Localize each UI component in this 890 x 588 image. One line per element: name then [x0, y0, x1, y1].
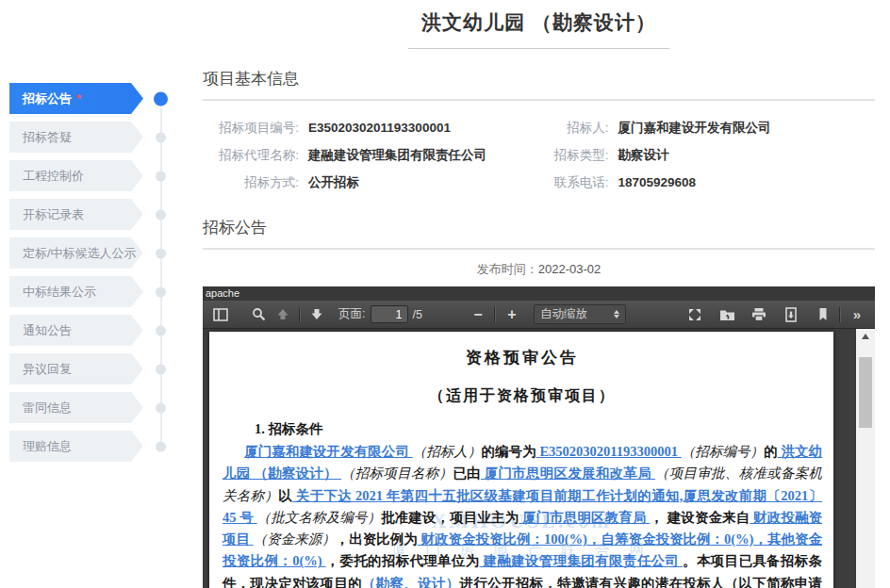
info-field-label: 联系电话:	[539, 174, 618, 191]
document-text: （资金来源）	[254, 531, 336, 547]
timeline-dot	[156, 132, 166, 142]
document-text: （招标编号）	[682, 444, 764, 459]
toolbar-divider	[299, 307, 301, 322]
document-title: 资格预审公告	[222, 347, 822, 368]
zoom-level-value: 自动缩放	[540, 306, 587, 322]
presentation-mode-button[interactable]	[683, 304, 707, 325]
info-field-label: 招标人:	[539, 120, 618, 137]
page-up-button[interactable]	[271, 304, 295, 325]
page-title: 洪文幼儿园 （勘察设计）	[408, 9, 669, 49]
timeline-dot	[156, 209, 166, 220]
document-text: 的	[764, 444, 778, 459]
scrollbar-thumb[interactable]	[859, 357, 872, 428]
presentation-mode-icon	[687, 307, 702, 322]
timeline-dot	[156, 441, 166, 451]
pdf-server-bar: apache	[203, 286, 875, 301]
sidebar-row: 异议回复	[9, 353, 189, 384]
document-text: （批文名称及编号）	[257, 510, 382, 525]
timeline-dot	[156, 402, 166, 413]
scrollbar-up-button[interactable]	[856, 329, 875, 344]
sidebar-row: 工程控制价	[9, 160, 189, 191]
info-field-row: 招标人:厦门嘉和建设开发有限公司	[539, 114, 876, 141]
sidebar: 招标公告*招标答疑工程控制价开标记录表定标/中标候选人公示中标结果公示通知公告异…	[0, 47, 203, 588]
sidebar-item-link[interactable]: 招标答疑	[9, 122, 143, 153]
zoom-out-icon: −	[473, 307, 482, 322]
sidebar-row: 招标公告*	[9, 83, 189, 114]
zoom-level-select[interactable]: 自动缩放	[534, 304, 626, 324]
document-link[interactable]: 厦门市思明区发展和改革局	[481, 466, 655, 481]
info-field-row: 招标类型:勘察设计	[539, 141, 876, 169]
info-field-value: 公开招标	[308, 174, 359, 191]
scroll-up-icon	[862, 334, 869, 339]
sidebar-item-link[interactable]: 开标记录表	[9, 199, 143, 230]
document-text: ，出资比例为	[336, 531, 418, 547]
page-down-icon	[309, 307, 324, 321]
info-field-label: 招标项目编号:	[203, 120, 308, 137]
info-field-value: 勘察设计	[618, 147, 669, 164]
zoom-in-button[interactable]: +	[500, 304, 524, 325]
bookmark-button[interactable]	[811, 304, 835, 325]
search-button[interactable]	[246, 304, 271, 325]
sidebar-item-label: 定标/中标候选人公示	[23, 246, 137, 260]
sidebar-item-active[interactable]: 招标公告*	[9, 83, 143, 114]
zoom-out-button[interactable]: −	[466, 304, 490, 325]
sidebar-list: 招标公告*招标答疑工程控制价开标记录表定标/中标候选人公示中标结果公示通知公告异…	[0, 83, 203, 462]
info-field-row: 招标方式:公开招标	[203, 169, 539, 196]
document-text: ，委托的招标代理单位为	[326, 553, 480, 568]
pdf-content-area[interactable]: XMHOUSE.com 厦 门 房 地 产 联 合 网 资格预审公告 （适用于资…	[203, 329, 875, 588]
download-icon	[783, 307, 799, 322]
sidebar-item-label: 理赔信息	[23, 439, 72, 453]
info-column-right: 招标人:厦门嘉和建设开发有限公司招标类型:勘察设计联系电话:1870592960…	[539, 114, 876, 196]
document-text: 批准建设，项目业主为	[381, 510, 519, 525]
sidebar-item-link[interactable]: 工程控制价	[9, 160, 143, 191]
sidebar-item-label: 异议回复	[23, 362, 72, 376]
sidebar-item-link[interactable]: 理赔信息	[9, 431, 143, 462]
page-down-button[interactable]	[305, 304, 329, 325]
pdf-viewer: apache	[203, 286, 875, 588]
pdf-server-label: apache	[206, 287, 239, 299]
sidebar-row: 招标答疑	[9, 122, 189, 153]
document-link[interactable]: 建融建设管理集团有限责任公司	[480, 553, 683, 568]
document-link[interactable]: （勘察、设计）	[362, 576, 460, 588]
sidebar-item-link[interactable]: 雷同信息	[9, 392, 143, 423]
timeline-dot	[156, 364, 166, 374]
info-field-row: 招标项目编号:E3502030201193300001	[203, 114, 539, 141]
sidebar-item-label: 通知公告	[23, 323, 72, 337]
sidebar-item-label: 中标结果公示	[23, 285, 96, 299]
zoom-in-icon: +	[507, 307, 516, 322]
pdf-scrollbar[interactable]	[856, 329, 875, 588]
sidebar-item-link[interactable]: 通知公告	[9, 315, 143, 346]
sidebar-item-link[interactable]: 中标结果公示	[9, 276, 143, 307]
download-button[interactable]	[779, 304, 803, 325]
publish-time-value: 2022-03-02	[538, 262, 602, 276]
sidebar-toggle-button[interactable]	[208, 304, 233, 325]
sidebar-item-link[interactable]: 定标/中标候选人公示	[9, 237, 143, 269]
toolbar-divider	[494, 307, 496, 322]
document-text: 已由	[453, 466, 481, 481]
document-text: 的编号为	[481, 444, 536, 459]
open-file-button[interactable]	[715, 304, 739, 325]
print-button[interactable]	[747, 304, 771, 325]
search-icon	[252, 307, 266, 321]
document-link[interactable]: E3502030201193300001	[536, 444, 682, 459]
sidebar-item-label: 雷同信息	[23, 400, 72, 415]
document-text: （招标项目名称）	[341, 466, 453, 481]
info-field-value: 18705929608	[618, 175, 697, 189]
page-up-icon	[275, 307, 290, 321]
timeline-dot	[156, 286, 166, 297]
sidebar-item-link[interactable]: 异议回复	[9, 353, 143, 384]
document-heading-1: 1. 招标条件	[255, 420, 822, 438]
sidebar-item-label: 工程控制价	[23, 169, 84, 183]
page-number-input[interactable]	[371, 305, 408, 323]
sidebar-item-label: 开标记录表	[23, 207, 84, 221]
page-number-label: 页面:	[338, 306, 365, 322]
info-field-label: 招标方式:	[203, 174, 308, 191]
info-field-label: 招标代理名称:	[203, 147, 308, 164]
info-field-value: E3502030201193300001	[308, 121, 451, 135]
document-link[interactable]: 厦门嘉和建设开发有限公司	[244, 444, 412, 459]
document-link[interactable]: 厦门市思明区教育局	[519, 510, 650, 525]
required-asterisk: *	[76, 91, 81, 106]
more-tools-button[interactable]: »	[845, 304, 869, 325]
timeline-dot	[154, 91, 168, 106]
info-field-value: 厦门嘉和建设开发有限公司	[618, 120, 771, 137]
